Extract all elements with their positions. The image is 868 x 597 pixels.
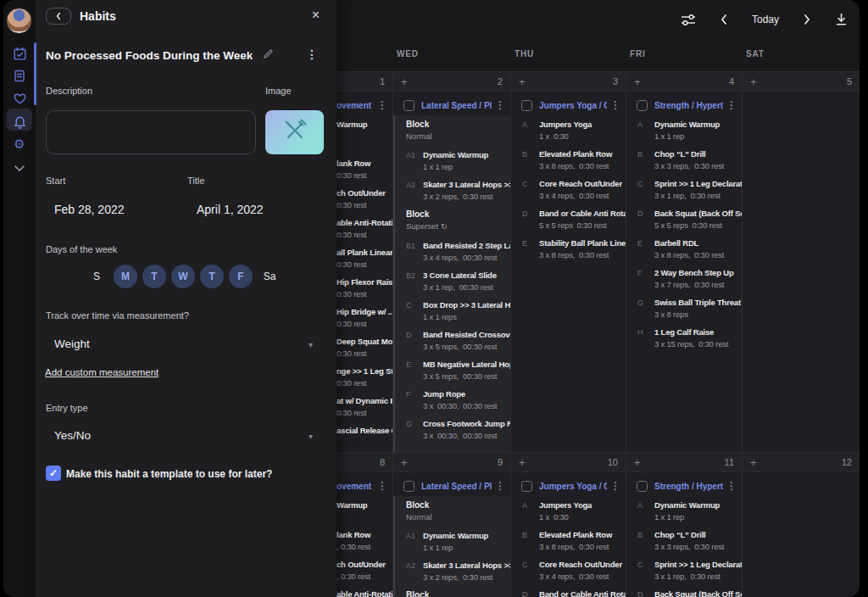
exercise-item[interactable]: H1 Leg Calf Raise3 x 15 reps, 0:30 rest bbox=[626, 326, 742, 349]
sidebar-item-calendar[interactable] bbox=[3, 42, 36, 64]
exercise-item[interactable]: B1Band Resisted 2 Step Late...3 x 4 reps… bbox=[395, 240, 510, 263]
measurement-select[interactable]: Weight bbox=[54, 338, 90, 350]
add-event-button[interactable]: + bbox=[634, 76, 641, 87]
exercise-item[interactable]: GSwiss Ball Triple Threat3 x 8 reps bbox=[626, 297, 742, 320]
sidebar-item-settings[interactable]: ⚙ bbox=[3, 133, 36, 155]
exercise-item[interactable]: DBack Squat (Back Off Set) bbox=[626, 589, 742, 597]
download-icon[interactable] bbox=[835, 13, 848, 26]
sidebar-item-documents[interactable] bbox=[3, 64, 36, 86]
day-toggle-w[interactable]: W bbox=[171, 265, 195, 288]
exercise-item[interactable]: A2Skater 3 Lateral Hops >> ...3 x 2 reps… bbox=[395, 560, 510, 583]
workout-title[interactable]: Strength / Hypertro... bbox=[654, 101, 723, 110]
exercise-item[interactable]: AJumpers Yoga1 x 0:30 bbox=[511, 499, 626, 522]
exercise-item[interactable]: DBand or Cable Anti Rotati... bbox=[511, 589, 626, 597]
exercise-item[interactable]: B23 Cone Lateral Slide3 x 1 rep, 00:30 r… bbox=[395, 270, 510, 293]
add-custom-measurement-link[interactable]: Add custom measurement bbox=[45, 367, 159, 377]
add-event-button[interactable]: + bbox=[750, 457, 757, 468]
exercise-item[interactable]: DBand Resisted Crossover...3 x 5 reps, 0… bbox=[395, 329, 510, 352]
description-input[interactable] bbox=[46, 110, 256, 154]
exercise-item[interactable]: EMB Negative Lateral Hop...3 x 5 reps, 0… bbox=[395, 359, 510, 382]
workout-menu-icon[interactable]: ⋮ bbox=[607, 99, 620, 111]
day-toggle-t[interactable]: T bbox=[142, 265, 166, 288]
workout-checkbox[interactable] bbox=[403, 481, 415, 492]
workout-menu-icon[interactable]: ⋮ bbox=[607, 480, 620, 492]
habit-image[interactable] bbox=[265, 110, 324, 154]
day-toggle-t[interactable]: T bbox=[200, 265, 224, 288]
day-toggle-f[interactable]: F bbox=[229, 265, 253, 288]
workout-title[interactable]: ovement Q... bbox=[337, 101, 374, 110]
back-button[interactable] bbox=[46, 8, 71, 25]
workout-title[interactable]: ovement Q... bbox=[337, 482, 374, 491]
exercise-item[interactable]: A1Dynamic Warmup1 x 1 rep bbox=[395, 149, 510, 172]
exercise-item[interactable]: AJumpers Yoga1 x 0:30 bbox=[511, 119, 626, 142]
add-event-button[interactable]: + bbox=[519, 76, 526, 87]
user-avatar[interactable] bbox=[6, 8, 32, 34]
workout-title[interactable]: Jumpers Yoga / Core bbox=[539, 101, 607, 110]
workout-checkbox[interactable] bbox=[521, 481, 532, 492]
workout-checkbox[interactable] bbox=[521, 100, 532, 111]
cycle-icon[interactable]: ↻ bbox=[438, 222, 447, 231]
calendar-day-cell: Jumpers Yoga / Core⋮AJumpers Yoga1 x 0:3… bbox=[510, 92, 626, 452]
workout-checkbox[interactable] bbox=[637, 481, 648, 492]
exercise-item[interactable]: F2 Way Bench Step Up3 x 7 reps, 0:30 res… bbox=[626, 267, 742, 290]
workout-title[interactable]: Lateral Speed / Plyo bbox=[421, 101, 492, 110]
workout-checkbox[interactable] bbox=[637, 100, 648, 111]
workout-menu-icon[interactable]: ⋮ bbox=[723, 99, 737, 111]
end-value[interactable]: April 1, 2022 bbox=[197, 203, 264, 216]
exercise-item[interactable]: CCore Reach Out/Under3 x 4 reps, 0:30 re… bbox=[511, 559, 626, 582]
exercise-item[interactable]: BChop “L” Drill3 x 3 reps, 0:30 rest bbox=[626, 148, 742, 171]
day-toggle-sa[interactable]: Sa bbox=[258, 265, 281, 288]
workout-menu-icon[interactable]: ⋮ bbox=[374, 99, 387, 111]
sidebar-item-notifications[interactable] bbox=[3, 112, 36, 134]
add-event-button[interactable]: + bbox=[750, 76, 757, 87]
exercise-item[interactable]: FJump Rope3 x 00:30, 00:30 rest bbox=[395, 388, 510, 411]
start-value[interactable]: Feb 28, 2022 bbox=[54, 203, 125, 216]
sidebar-expand[interactable] bbox=[3, 157, 36, 179]
add-event-button[interactable]: + bbox=[401, 457, 408, 468]
exercise-item[interactable]: EStability Ball Plank Linear ...3 x 8 re… bbox=[511, 237, 626, 260]
workout-title[interactable]: Lateral Speed / Plyo bbox=[421, 482, 492, 491]
prev-week-button[interactable] bbox=[720, 14, 728, 25]
add-event-button[interactable]: + bbox=[634, 457, 641, 468]
workout-menu-icon[interactable]: ⋮ bbox=[492, 480, 505, 492]
exercise-item[interactable]: CCore Reach Out/Under3 x 4 reps, 0:30 re… bbox=[511, 178, 626, 201]
day-toggle-m[interactable]: M bbox=[114, 265, 137, 288]
workout-menu-icon[interactable]: ⋮ bbox=[723, 480, 737, 492]
exercise-item[interactable]: DBand or Cable Anti Rotati...5 x 5 reps … bbox=[511, 208, 626, 231]
filter-sliders-icon[interactable] bbox=[681, 14, 696, 26]
sidebar-item-health[interactable] bbox=[3, 87, 36, 109]
exercise-item[interactable]: CSprint >> 1 Leg Declarations3 x 1 rep, … bbox=[626, 559, 742, 582]
exercise-item[interactable]: DBack Squat (Back Off Set)5 x 5 reps 0:3… bbox=[626, 208, 742, 231]
measurement-chevron-icon[interactable]: ▾ bbox=[309, 340, 313, 349]
exercise-item[interactable]: CBox Drop >> 3 Lateral H...1 x 1 reps bbox=[395, 299, 510, 322]
habit-menu-icon[interactable]: ⋮ bbox=[306, 47, 318, 61]
panel-scrollbar[interactable] bbox=[34, 42, 36, 105]
exercise-item[interactable]: BChop “L” Drill3 x 3 reps, 0:30 rest bbox=[626, 529, 742, 552]
entry-type-select[interactable]: Yes/No bbox=[54, 429, 91, 442]
exercise-item[interactable]: EBarbell RDL3 x 8 reps, 0:30 rest bbox=[626, 237, 742, 260]
next-week-button[interactable] bbox=[803, 14, 811, 25]
workout-title[interactable]: Jumpers Yoga / Core bbox=[539, 482, 607, 491]
day-toggle-s[interactable]: S bbox=[85, 265, 108, 288]
exercise-item[interactable]: A1Dynamic Warmup1 x 1 rep bbox=[395, 530, 510, 553]
exercise-item[interactable]: ADynamic Warmup1 x 1 rep bbox=[626, 499, 742, 522]
exercise-name: able Anti-Rotati... bbox=[337, 217, 392, 229]
exercise-item[interactable]: GCross Footwork Jump Rope3 x 00:30, 00:3… bbox=[395, 418, 510, 441]
exercise-item[interactable]: BElevated Plank Row3 x 8 reps, 0:30 rest bbox=[511, 148, 626, 171]
exercise-tag: D bbox=[522, 589, 528, 597]
workout-title[interactable]: Strength / Hypertro... bbox=[654, 482, 723, 491]
exercise-item[interactable]: A2Skater 3 Lateral Hops >> ...3 x 2 reps… bbox=[395, 179, 510, 202]
exercise-item[interactable]: BElevated Plank Row3 x 8 reps, 0:30 rest bbox=[511, 529, 626, 552]
workout-menu-icon[interactable]: ⋮ bbox=[374, 480, 387, 492]
close-icon[interactable]: × bbox=[312, 7, 320, 24]
entry-type-chevron-icon[interactable]: ▾ bbox=[309, 432, 313, 441]
exercise-item[interactable]: ADynamic Warmup1 x 1 rep bbox=[626, 119, 742, 142]
today-button[interactable]: Today bbox=[752, 14, 779, 25]
edit-pencil-icon[interactable] bbox=[263, 47, 274, 63]
exercise-item[interactable]: CSprint >> 1 Leg Declarations3 x 1 rep, … bbox=[626, 178, 742, 201]
template-checkbox[interactable]: ✓ bbox=[46, 466, 61, 481]
add-event-button[interactable]: + bbox=[401, 76, 408, 87]
workout-menu-icon[interactable]: ⋮ bbox=[492, 99, 505, 111]
add-event-button[interactable]: + bbox=[519, 457, 526, 468]
workout-checkbox[interactable] bbox=[403, 100, 415, 111]
